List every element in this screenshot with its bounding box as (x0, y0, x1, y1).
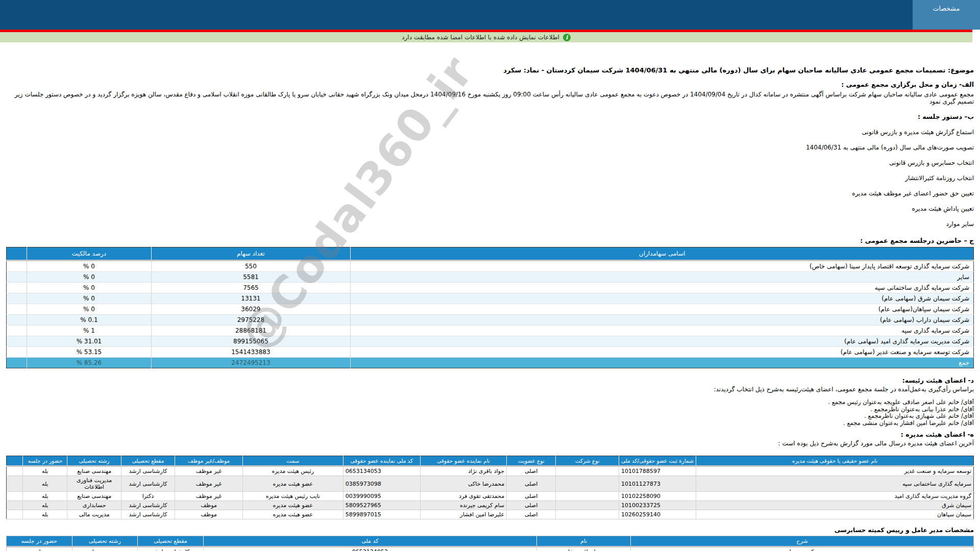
field-of-study: مدیریت مالی (67, 510, 121, 519)
agenda-item: انتخاب روزنامة کثیرالانتشار (6, 174, 974, 182)
position: رئیس هیئت مدیره (242, 466, 343, 476)
attendance: بله (23, 476, 67, 492)
top-navbar: مشخصات (0, 0, 980, 30)
representative-name: علیرضا امین افشار (420, 510, 506, 519)
total-label: جمع (351, 358, 974, 368)
share-count: 1541433883 (151, 347, 351, 358)
director-row: گروه مدیریت سرمایه گذاری امید 1010225809… (7, 492, 974, 501)
person-name: جواد باقری نژاد (537, 547, 631, 551)
agenda-item: تعیین پاداش هیئت مدیره (6, 205, 974, 212)
field-of-study: مهندسی صنایع (72, 547, 138, 551)
share-count: 7565 (151, 283, 351, 293)
col-degree: مقطع تحصیلی (121, 456, 175, 466)
signature-match-bar: i اطلاعات نمایش داده شده با اطلاعات امضا… (0, 32, 972, 42)
share-count: 550 (151, 261, 351, 272)
empty-cell (7, 510, 23, 519)
representative-name: جواد باقری نژاد (420, 466, 506, 476)
col-field-of-study: رشته تحصیلی (67, 456, 121, 466)
ownership-percent: % 0 (27, 272, 151, 283)
director-row: سیمان سپاهان 10260259140 اصلی علیرضا امی… (7, 510, 974, 519)
attendance: بله (23, 510, 67, 519)
shareholder-name: شرکت توسعه سرمایه و صنعت غدیر (سهامی عام… (351, 347, 974, 358)
empty-cell (7, 358, 27, 368)
registration-id: 10100233725 (619, 501, 696, 510)
section-d-heading: د- اعضای هیئت رئیسه: (6, 377, 974, 384)
company-type (556, 510, 619, 519)
directors-table-header: نام عضو حقیقی یا حقوقی هیئت مدیره شمارة … (7, 456, 974, 466)
empty-cell (7, 336, 27, 347)
agenda-item: انتخاب حسابرس و بازرس قانونی (6, 159, 974, 166)
shareholders-table-header: اسامی سهامداران تعداد سهام درصد مالکیت (7, 247, 974, 261)
presiding-board-list: آقای/ خانم علی اصغر صادقی علویجه به‌عنوا… (6, 399, 974, 427)
shareholder-row: شرکت سرمایه گذاری ساختمانی سپه 7565 % 0 (7, 283, 974, 293)
col-ownership-percent: درصد مالکیت (27, 247, 151, 261)
col-degree: مقطع تحصیلی (138, 536, 204, 547)
subject-line: موضوع: تصمیمات مجمع عمومی عادی سالیانه ص… (6, 66, 974, 74)
directors-rows: توسعه سرمایه و صنعت غدیر 10101788597 اصل… (7, 466, 974, 519)
agenda-list: استماع گزارش هیئت مدیره و بازرس قانونی ت… (6, 129, 974, 228)
shareholder-row: شرکت سیمان سپاهان(سهامی عام) 36029 % 0 (7, 304, 974, 315)
executive-status: غیر موظف (175, 476, 243, 492)
empty-cell (7, 304, 27, 315)
col-attendance: حضور در جلسه (23, 456, 67, 466)
field-of-study: مهندسی صنایع (67, 466, 121, 476)
tab-specifications[interactable]: مشخصات (913, 0, 980, 30)
total-percent: % 85.26 (27, 358, 151, 368)
executive-status: غیر موظف (175, 492, 243, 501)
ownership-percent: % 0 (27, 283, 151, 293)
member-name: سیمان شرق (696, 501, 973, 510)
membership-type: اصلی (507, 501, 556, 510)
representative-id: 5809527965 (343, 501, 420, 510)
ownership-percent: % 0 (27, 293, 151, 304)
member-name: گروه مدیریت سرمایه گذاری امید (696, 492, 973, 501)
col-field-of-study: رشته تحصیلی (72, 536, 138, 547)
executive-status: موظف (175, 501, 243, 510)
company-type (556, 466, 619, 476)
section-e-heading: ه- اعضای هیئت مدیره : (6, 431, 974, 438)
field-of-study: حسابداری (67, 501, 121, 510)
shareholder-name: شرکت سیمان شرق (سهامی عام) (351, 293, 974, 304)
degree: کارشناسی ارشد (121, 466, 175, 476)
empty-cell (7, 325, 27, 336)
attendance: بله (23, 492, 67, 501)
total-shares: 2472495213 (151, 358, 351, 368)
shareholders-rows: شرکت سرمایه گذاری توسعه اقتصاد پایدار سی… (7, 261, 974, 358)
empty-cell (7, 492, 23, 501)
empty-cell (7, 293, 27, 304)
attendance: بله (23, 466, 67, 476)
total-row: جمع 2472495213 % 85.26 (7, 358, 974, 368)
empty-cell (7, 315, 27, 325)
shareholder-row: شرکت توسعه سرمایه و صنعت غدیر (سهامی عام… (7, 347, 974, 358)
shareholder-row: سایر 5581 % 0 (7, 272, 974, 283)
ceo-audit-table: شرح نام کد ملی مقطع تحصیلی رشته تحصیلی ح… (6, 536, 974, 551)
registration-id: 10101788597 (619, 466, 696, 476)
degree: کارشناسی ارشد (121, 510, 175, 519)
col-company-type: نوع شرکت (556, 456, 619, 466)
shareholders-total: جمع 2472495213 % 85.26 (7, 358, 974, 368)
col-executive-status: موظف/غیر موظف (175, 456, 243, 466)
col-member-name: نام عضو حقیقی یا حقوقی هیئت مدیره (696, 456, 973, 466)
section-f-heading: مشخصات مدیر عامل و رییس کمیته حسابرسی (6, 527, 974, 534)
registration-id: 10102258090 (619, 492, 696, 501)
col-share-count: تعداد سهام (151, 247, 351, 261)
section-b-heading: ب– دستور جلسه : (6, 113, 974, 120)
agenda-item: استماع گزارش هیئت مدیره و بازرس قانونی (6, 129, 974, 136)
presiding-board-member: آقای/ خانم علی اصغر صادقی علویجه به‌عنوا… (6, 399, 974, 406)
agenda-item: سایر موارد (6, 220, 974, 228)
presiding-board-member: آقای/ خانم علی شهبازی به‌عنوان ناظرمجمع … (6, 413, 974, 420)
ceo-audit-rows: رییس کمیته حسابرسی جواد باقری نژاد 06531… (7, 547, 974, 551)
directors-table: نام عضو حقیقی یا حقوقی هیئت مدیره شمارة … (6, 456, 974, 519)
ownership-percent: % 0.1 (27, 315, 151, 325)
col-representative-name: نام نماینده عضو حقوقی (420, 456, 506, 466)
shareholder-row: شرکت سیمان داراب (سهامی عام) 2975228 % 0… (7, 315, 974, 325)
col-registration-id: شمارة ثبت عضو حقوقی/کد ملی (619, 456, 696, 466)
ceo-audit-row: رییس کمیته حسابرسی جواد باقری نژاد 06531… (7, 547, 974, 551)
col-position: سمت (242, 456, 343, 466)
shareholder-name: شرکت سرمایه گذاری سپه (351, 325, 974, 336)
shareholders-table: اسامی سهامداران تعداد سهام درصد مالکیت ش… (6, 247, 974, 368)
empty-cell (7, 476, 23, 492)
page: { "colors": { "header_navy": "#0f4d7d", … (0, 0, 980, 551)
col-empty (7, 456, 23, 466)
ownership-percent: % 53.15 (27, 347, 151, 358)
col-membership-type: نوع عضویت (507, 456, 556, 466)
